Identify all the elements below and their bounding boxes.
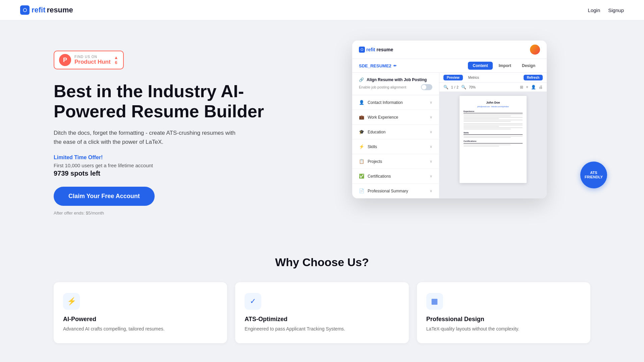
feature-card-ats: ✓ ATS-Optimized Engineered to pass Appli… xyxy=(235,282,409,343)
ph-arrow: ▲ xyxy=(114,55,118,60)
projects-icon: 📋 xyxy=(359,159,364,164)
ai-feature-title: AI-Powered xyxy=(63,316,218,323)
ats-feature-desc: Engineered to pass Applicant Tracking Sy… xyxy=(245,325,399,333)
align-icon: 🔗 xyxy=(359,77,364,82)
panel-item-summary[interactable]: 📄 Professional Summary ∨ xyxy=(352,184,439,198)
work-chevron: ∨ xyxy=(430,115,432,119)
login-link[interactable]: Login xyxy=(588,7,600,13)
features-grid: ⚡ AI-Powered Advanced AI crafts compelli… xyxy=(54,282,590,343)
ph-name-label: Product Hunt xyxy=(74,59,111,65)
plus-icon[interactable]: + xyxy=(526,85,528,89)
ph-count: ▲ 6 xyxy=(114,55,118,65)
after-offer-text: After offer ends: $5/month xyxy=(54,210,282,216)
feature-card-ai: ⚡ AI-Powered Advanced AI crafts compelli… xyxy=(54,282,227,343)
refresh-btn[interactable]: Refresh xyxy=(524,75,543,80)
panel-item-contact[interactable]: 👤 Contact Information ∨ xyxy=(352,95,439,110)
tab-import[interactable]: Import xyxy=(494,62,516,70)
spots-text: First 10,000 users get a free lifetime a… xyxy=(54,163,282,168)
resume-line-11 xyxy=(464,129,511,129)
contact-chevron: ∨ xyxy=(430,100,432,105)
preview-tab[interactable]: Preview xyxy=(443,75,463,80)
resume-line-3 xyxy=(464,117,523,118)
app-logo-resume: resume xyxy=(376,47,393,52)
resume-certs-title: Certifications xyxy=(464,140,523,143)
logo-refit: refit xyxy=(32,6,46,14)
resume-line-7 xyxy=(464,123,523,124)
resume-preview: John Doe john@email.com · linkedin.com/i… xyxy=(439,92,547,198)
skills-label: Skills xyxy=(368,144,377,149)
page-current: 1 xyxy=(451,85,453,89)
panel-item-education[interactable]: 🎓 Education ∨ xyxy=(352,125,439,139)
align-toggle[interactable] xyxy=(421,84,432,90)
work-label: Work Experience xyxy=(368,115,398,120)
page-sep: / xyxy=(454,85,455,89)
resume-name: SDE_RESUME2 ✏ xyxy=(359,63,396,68)
panel-item-certifications[interactable]: ✅ Certifications ∨ xyxy=(352,169,439,184)
resume-cert-1 xyxy=(464,144,511,145)
why-section: Why Choose Us? ⚡ AI-Powered Advanced AI … xyxy=(0,236,644,362)
app-titlebar: ⬡ refitresume xyxy=(352,41,547,59)
education-chevron: ∨ xyxy=(430,130,432,134)
app-body: 🔗 Align Resume with Job Posting Enable j… xyxy=(352,73,547,198)
toolbar-tabs: Content Import Design xyxy=(468,62,540,70)
metrics-tab[interactable]: Metrics xyxy=(466,75,482,80)
resume-skills-2 xyxy=(464,137,511,138)
hero-subtitle: Ditch the docs, forget the formatting - … xyxy=(54,128,241,146)
projects-chevron: ∨ xyxy=(430,159,432,164)
summary-chevron: ∨ xyxy=(430,189,432,193)
skills-icon: ⚡ xyxy=(359,144,364,149)
contact-icon: 👤 xyxy=(359,100,364,105)
cta-button[interactable]: Claim Your Free Account xyxy=(54,187,155,206)
summary-label: Professional Summary xyxy=(368,189,408,193)
ph-text: FIND US ON Product Hunt xyxy=(74,55,111,65)
app-logo-small: ⬡ refitresume xyxy=(359,47,393,53)
print-icon[interactable]: 🖨 xyxy=(539,85,543,89)
app-mockup-container: ⬡ refitresume SDE_RESUME2 ✏ Content Impo… xyxy=(295,41,604,198)
resume-name-heading: John Doe xyxy=(464,101,523,105)
panel-item-projects[interactable]: 📋 Projects ∨ xyxy=(352,154,439,169)
app-logo-icon: ⬡ xyxy=(359,47,365,53)
ats-icon: ✓ xyxy=(245,293,261,310)
resume-skills-1 xyxy=(464,136,523,136)
resume-name-text: SDE_RESUME2 xyxy=(359,63,391,68)
ai-feature-desc: Advanced AI crafts compelling, tailored … xyxy=(63,325,218,333)
product-hunt-badge[interactable]: P FIND US ON Product Hunt ▲ 6 xyxy=(54,51,124,69)
preview-toolbar: Preview Metrics Refresh xyxy=(439,73,547,83)
education-icon: 🎓 xyxy=(359,129,364,134)
panel-item-work[interactable]: 💼 Work Experience ∨ xyxy=(352,110,439,125)
zoom-level: 70% xyxy=(469,85,476,89)
signup-link[interactable]: Signup xyxy=(608,7,624,13)
resume-line-6 xyxy=(464,121,511,122)
fit-icon[interactable]: ⊞ xyxy=(520,85,523,89)
panel-item-skills[interactable]: ⚡ Skills ∨ xyxy=(352,139,439,154)
spots-count: 9739 spots left xyxy=(54,170,282,177)
ph-number: 6 xyxy=(115,60,117,65)
zoom-out-icon[interactable]: 🔍 xyxy=(443,85,448,89)
ph-find-label: FIND US ON xyxy=(74,55,111,59)
page-nav-toolbar: 🔍 1 / 2 🔍 70% ⊞ + 👤 xyxy=(439,83,547,92)
tab-content[interactable]: Content xyxy=(468,62,492,70)
align-subtitle-text: Enable job posting alignment xyxy=(359,85,406,89)
zoom-in-icon[interactable]: 🔍 xyxy=(461,85,466,89)
limited-offer-label: Limited Time Offer! xyxy=(54,155,282,161)
page-nav: 🔍 1 / 2 🔍 70% xyxy=(443,85,476,89)
hero-section: P FIND US ON Product Hunt ▲ 6 Best in th… xyxy=(0,20,644,236)
logo-icon: ⬡ xyxy=(20,5,30,15)
app-avatar xyxy=(530,45,540,55)
why-title: Why Choose Us? xyxy=(54,256,590,269)
design-feature-title: Professional Design xyxy=(426,316,581,323)
ats-badge: ATSFRIENDLY xyxy=(580,162,607,188)
resume-experience-title: Experience xyxy=(464,110,523,113)
resume-cert-2 xyxy=(464,146,499,146)
nav-links: Login Signup xyxy=(588,7,624,13)
app-toolbar: SDE_RESUME2 ✏ Content Import Design xyxy=(352,59,547,73)
app-window: ⬡ refitresume SDE_RESUME2 ✏ Content Impo… xyxy=(352,41,547,198)
edit-icon[interactable]: ✏ xyxy=(393,64,396,68)
person-icon[interactable]: 👤 xyxy=(531,85,536,89)
preview-left-tools: Preview Metrics xyxy=(443,75,482,80)
resume-line-2 xyxy=(464,116,511,116)
projects-label: Projects xyxy=(368,159,382,164)
resume-line-10 xyxy=(464,127,523,128)
tab-design[interactable]: Design xyxy=(517,62,540,70)
page-total: 2 xyxy=(457,85,459,89)
